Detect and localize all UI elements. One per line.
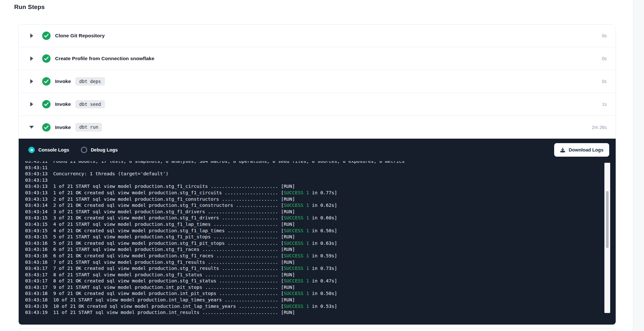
step-row-invoke-dbt-deps[interactable]: Invoke dbt deps 0s	[19, 70, 616, 93]
page-title: Run Steps	[14, 4, 45, 11]
download-logs-label: Download Logs	[569, 147, 603, 152]
log-line: 03:43:16 6 of 21 OK created sql view mod…	[25, 253, 616, 259]
command-badge: dbt run	[75, 123, 102, 132]
step-row-invoke-dbt-run[interactable]: Invoke dbt run 2m 26s	[19, 116, 616, 139]
log-line: 03:43:17 8 of 21 OK created sql view mod…	[25, 278, 616, 284]
download-icon	[560, 147, 565, 153]
step-title: Invoke	[55, 124, 71, 130]
chevron-right-icon	[30, 56, 33, 61]
log-content: 03:43:11 Found 21 models, 17 tests, 0 sn…	[25, 161, 616, 316]
chevron-down-icon	[30, 126, 33, 129]
log-line: 03:43:15 4 of 21 START sql view model pr…	[25, 221, 616, 228]
log-line: 03:43:15 4 of 21 OK created sql view mod…	[25, 228, 616, 234]
radio-unselected-icon	[81, 147, 87, 153]
tab-console-logs[interactable]: Console Logs	[28, 147, 69, 153]
next-card-top-edge	[18, 328, 616, 331]
log-line: 03:43:17 8 of 21 START sql view model pr…	[25, 272, 616, 278]
log-line: 03:43:15 5 of 21 START sql view model pr…	[25, 234, 616, 240]
step-title: Invoke	[55, 101, 71, 107]
scrollbar-track[interactable]	[604, 163, 610, 313]
success-check-icon	[42, 123, 51, 132]
log-line: 03:43:13 1 of 21 OK created sql view mod…	[25, 190, 616, 196]
log-line: 03:43:16 6 of 21 START sql view model pr…	[25, 246, 616, 253]
console-log-panel: Console Logs Debug Logs Download Logs 03…	[19, 139, 616, 325]
success-check-icon	[42, 32, 51, 40]
step-duration: 1s	[602, 102, 607, 107]
success-check-icon	[42, 54, 51, 63]
step-title: Clone Git Repository	[55, 33, 105, 39]
step-duration: 0s	[602, 79, 607, 84]
chevron-right-icon	[30, 102, 33, 106]
log-line: 03:43:15 3 of 21 OK created sql view mod…	[25, 215, 616, 221]
page-right-gutter	[633, 0, 644, 331]
tab-debug-logs[interactable]: Debug Logs	[81, 147, 118, 153]
log-line: 03:43:19 11 of 21 START sql view model p…	[25, 309, 616, 316]
log-scroll-area[interactable]: 03:43:11 Found 21 models, 17 tests, 0 sn…	[19, 161, 616, 325]
tab-label: Console Logs	[38, 147, 69, 152]
command-badge: dbt deps	[75, 77, 105, 86]
step-row-create-profile[interactable]: Create Profile from Connection snowflake…	[19, 47, 616, 70]
step-title: Invoke	[55, 78, 71, 84]
log-line: 03:43:13 1 of 21 START sql view model pr…	[25, 183, 616, 190]
chevron-right-icon	[30, 79, 33, 84]
step-row-invoke-dbt-seed[interactable]: Invoke dbt seed 1s	[19, 93, 616, 116]
radio-selected-icon	[28, 147, 35, 153]
command-badge: dbt seed	[75, 100, 105, 109]
download-logs-button[interactable]: Download Logs	[554, 143, 609, 157]
log-line: 03:43:17 9 of 21 START sql view model pr…	[25, 284, 616, 291]
step-duration: 0s	[602, 56, 607, 61]
log-line: 03:43:19 10 of 21 OK created sql view mo…	[25, 303, 616, 310]
success-check-icon	[42, 77, 51, 86]
console-header: Console Logs Debug Logs Download Logs	[19, 139, 616, 161]
success-check-icon	[42, 100, 51, 108]
log-line: 03:43:14 2 of 21 OK created sql view mod…	[25, 202, 616, 209]
log-line: 03:43:13	[25, 177, 616, 184]
log-line: 03:43:11 Found 21 models, 17 tests, 0 sn…	[25, 161, 616, 165]
log-line: 03:43:13 Concurrency: 1 threads (target=…	[25, 171, 616, 177]
log-line: 03:43:18 9 of 21 OK created sql view mod…	[25, 290, 616, 297]
log-line: 03:43:11	[25, 165, 616, 171]
log-line: 03:43:17 7 of 21 OK created sql view mod…	[25, 265, 616, 272]
log-line: 03:43:14 3 of 21 START sql view model pr…	[25, 209, 616, 215]
run-steps-card: Clone Git Repository 0s Create Profile f…	[18, 24, 616, 325]
log-line: 03:43:16 5 of 21 OK created sql view mod…	[25, 240, 616, 247]
chevron-right-icon	[30, 33, 33, 38]
log-line: 03:43:13 2 of 21 START sql view model pr…	[25, 196, 616, 203]
scrollbar-thumb[interactable]	[606, 191, 609, 248]
log-line: 03:43:16 7 of 21 START sql view model pr…	[25, 259, 616, 266]
tab-label: Debug Logs	[91, 147, 118, 152]
step-duration: 0s	[602, 33, 607, 38]
step-row-clone-git-repository[interactable]: Clone Git Repository 0s	[19, 24, 616, 47]
step-title: Create Profile from Connection snowflake	[55, 56, 154, 61]
log-line: 03:43:18 10 of 21 START sql view model p…	[25, 297, 616, 303]
step-duration: 2m 26s	[592, 125, 607, 130]
